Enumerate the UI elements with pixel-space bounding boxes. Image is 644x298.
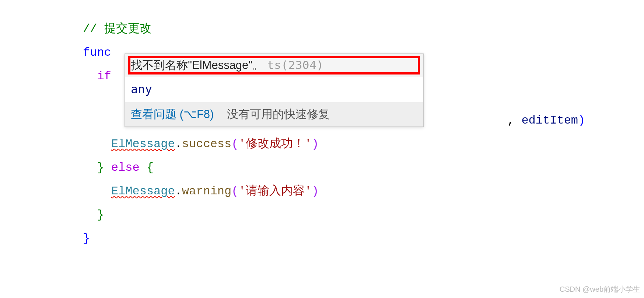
no-quick-fix-text: 没有可用的快速修复 bbox=[227, 107, 330, 122]
error-message-text: 找不到名称"ElMessage"。 bbox=[131, 59, 264, 72]
keyword-function: func bbox=[83, 46, 111, 59]
error-code-text: ts(2304) bbox=[267, 58, 323, 72]
code-line: // 提交更改 bbox=[83, 18, 644, 41]
hover-actions-row: 查看问题 (⌥F8) 没有可用的快速修复 bbox=[125, 102, 423, 127]
keyword-else: else bbox=[111, 161, 140, 174]
code-line: ElMessage.warning('请输入内容') bbox=[83, 180, 644, 204]
comment-text: // 提交更改 bbox=[83, 22, 151, 36]
keyword-if: if bbox=[97, 69, 111, 83]
view-problem-link[interactable]: 查看问题 (⌥F8) bbox=[131, 107, 214, 122]
identifier-ElMessage[interactable]: ElMessage bbox=[111, 184, 175, 198]
string-literal: '修改成功！' bbox=[238, 137, 311, 151]
method-success: success bbox=[182, 137, 231, 151]
code-editor-region: // 提交更改 func if , editItem) ElMessage.su… bbox=[83, 18, 644, 251]
method-warning: warning bbox=[182, 184, 231, 198]
string-literal: '请输入内容' bbox=[238, 184, 311, 198]
code-line: ElMessage.success('修改成功！') bbox=[83, 133, 644, 156]
hover-tooltip: 找不到名称"ElMessage"。 ts(2304) any 查看问题 (⌥F8… bbox=[125, 53, 424, 127]
code-line: } bbox=[83, 227, 644, 251]
hover-type-row: any bbox=[125, 77, 423, 103]
identifier-ElMessage[interactable]: ElMessage bbox=[111, 137, 175, 151]
watermark-text: CSDN @web前端小学生 bbox=[560, 282, 640, 297]
code-line: } bbox=[83, 204, 644, 227]
hover-type-text: any bbox=[131, 82, 152, 96]
hover-error-row: 找不到名称"ElMessage"。 ts(2304) bbox=[125, 54, 423, 77]
code-line: } else { bbox=[83, 156, 644, 180]
